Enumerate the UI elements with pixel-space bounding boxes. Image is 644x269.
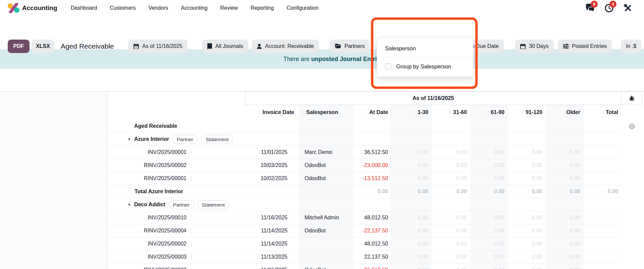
total-aging-value: 0.00	[470, 185, 508, 198]
menu-review[interactable]: Review	[220, 5, 238, 11]
total-aging-value: 0.00	[508, 185, 546, 198]
user-icon	[257, 44, 262, 49]
report-row-label: Aged Receivable	[108, 120, 245, 133]
invoice-number[interactable]: INV/2025/00010	[127, 215, 186, 221]
table-row: RINV/2025/00001⋮10/02/2025OdooBot-13,512…	[108, 172, 643, 185]
xlsx-export-button[interactable]: XLSX	[32, 40, 54, 53]
salesperson-name: OdooBot	[299, 264, 354, 269]
total-value	[584, 251, 622, 264]
audit-bug-icon[interactable]	[622, 92, 642, 105]
messages-icon[interactable]: 9	[585, 3, 595, 13]
aging-value: 0.00	[390, 146, 432, 159]
partner-button[interactable]: Partner	[168, 200, 194, 209]
invoice-number[interactable]: RINV/2025/00004	[127, 228, 186, 234]
menu-configuration[interactable]: Configuration	[286, 5, 318, 11]
kebab-menu-icon[interactable]: ⋮	[189, 162, 194, 168]
aging-value: 0.00	[390, 237, 432, 251]
menu-reporting[interactable]: Reporting	[251, 5, 274, 11]
col-header-91-120[interactable]: ↕91-120	[508, 105, 546, 120]
report-control-panel: PDF XLSX Aged Receivable As of 11/16/202…	[0, 16, 644, 49]
aging-value: 0.00	[508, 159, 546, 172]
menu-accounting[interactable]: Accounting	[181, 5, 207, 11]
unposted-entries-link[interactable]: unposted Journal Entries	[311, 56, 384, 62]
col-header-invoice-date[interactable]: ↕Invoice Date	[245, 105, 299, 120]
col-header-1-30[interactable]: ↕1-30	[390, 105, 432, 120]
interval-filter-button[interactable]: 30 Days	[515, 40, 554, 53]
invoice-row-label: RINV/2025/00002⋮	[108, 159, 245, 172]
invoice-number[interactable]: RINV/2025/00002	[127, 162, 186, 168]
journal-book-icon	[207, 43, 212, 49]
invoice-row-label: RINV/2025/00003⋮	[108, 264, 245, 269]
kebab-menu-icon[interactable]: ⋮	[189, 267, 194, 269]
statement-button[interactable]: Statement	[197, 200, 229, 209]
caret-down-icon[interactable]: ▼	[127, 203, 131, 207]
checkbox-label: Group by Salesperson	[396, 63, 451, 70]
invoice-date: 11/06/2025	[245, 264, 299, 269]
aging-value: 0.00	[432, 251, 470, 264]
app-title[interactable]: Accounting	[22, 0, 57, 16]
table-row: Aged Receivablei	[108, 120, 643, 133]
at-date-amount: 48,012.50	[354, 237, 390, 251]
journals-filter-button[interactable]: All Journals	[202, 40, 248, 53]
pdf-export-button[interactable]: PDF	[8, 40, 30, 53]
top-navbar: Accounting Dashboard Customers Vendors A…	[0, 0, 644, 16]
at-date-amount: 22,137.50	[354, 251, 390, 264]
group-by-salesperson-checkbox[interactable]	[385, 63, 391, 70]
currency-filter-button[interactable]: In .$	[621, 40, 641, 53]
group-by-salesperson-option[interactable]: Group by Salesperson	[377, 57, 473, 70]
kebab-menu-icon[interactable]: ⋮	[189, 215, 194, 221]
total-aging-value: 0.00	[546, 185, 584, 198]
caret-down-icon[interactable]: ▼	[127, 137, 131, 141]
col-header-salesperson[interactable]: ↕Salesperson	[299, 105, 354, 120]
invoice-number[interactable]: INV/2025/00002	[127, 241, 186, 247]
partners-filter-button[interactable]: Partners	[330, 40, 370, 53]
kebab-menu-icon[interactable]: ⋮	[189, 175, 194, 181]
menu-customers[interactable]: Customers	[110, 5, 136, 11]
posted-entries-filter-button[interactable]: Posted Entries	[558, 40, 612, 53]
total-value	[584, 224, 622, 237]
sort-icon: ↕	[522, 110, 524, 115]
info-icon[interactable]: i	[629, 123, 635, 129]
sliders-icon	[563, 44, 569, 49]
statement-button[interactable]: Statement	[201, 135, 233, 144]
partner-button[interactable]: Partner	[172, 135, 198, 144]
kebab-menu-icon[interactable]: ⋮	[189, 241, 194, 247]
sort-icon: ↕	[487, 110, 489, 115]
menu-dashboard[interactable]: Dashboard	[71, 5, 97, 11]
invoice-date: 11/01/2025	[245, 146, 299, 159]
kebab-menu-icon[interactable]: ⋮	[189, 228, 194, 234]
at-date-amount: -13,512.50	[354, 172, 390, 185]
col-header-at-date[interactable]: ↕At Date	[354, 105, 390, 120]
odoo-accounting-logo	[7, 3, 20, 13]
invoice-number[interactable]: RINV/2025/00003	[127, 267, 186, 269]
group-total-label: Total Azure Interior	[108, 185, 245, 198]
table-row: ▼Azure InteriorPartnerStatement	[108, 133, 643, 146]
table-body: Aged Receivablei▼Azure InteriorPartnerSt…	[108, 120, 643, 269]
kebab-menu-icon[interactable]: ⋮	[189, 149, 194, 155]
activities-clock-icon[interactable]: 4	[604, 3, 614, 13]
col-header-total[interactable]: ↕Total	[584, 105, 622, 120]
aging-value: 0.00	[390, 264, 432, 269]
col-header-31-60[interactable]: ↕31-60	[432, 105, 470, 120]
tools-icon[interactable]	[623, 3, 633, 13]
page-title: Aged Receivable	[61, 40, 114, 53]
table-row: INV/2025/00003⋮11/13/202522,137.500.000.…	[108, 251, 643, 264]
salesperson-dropdown: Salesperson Group by Salesperson	[377, 38, 474, 77]
col-header-61-90[interactable]: ↕61-90	[470, 105, 508, 120]
partner-name[interactable]: Azure Interior	[134, 136, 169, 142]
aging-value: 0.00	[470, 146, 508, 159]
partner-name[interactable]: Deco Addict	[134, 202, 165, 208]
col-header-older[interactable]: ↕Older	[546, 105, 584, 120]
menu-vendors[interactable]: Vendors	[149, 5, 168, 11]
date-filter-button[interactable]: As of 11/16/2025	[128, 40, 187, 53]
total-value	[584, 237, 622, 251]
total-value	[584, 172, 622, 185]
kebab-menu-icon[interactable]: ⋮	[189, 254, 194, 260]
invoice-number[interactable]: RINV/2025/00001	[127, 175, 186, 181]
invoice-number[interactable]: INV/2025/00003	[127, 254, 186, 260]
account-filter-button[interactable]: Account: Receivable	[252, 40, 319, 53]
invoice-date: 11/14/2025	[245, 224, 299, 237]
total-value	[584, 264, 622, 269]
invoice-number[interactable]: INV/2025/00001	[127, 149, 186, 155]
invoice-date: 11/14/2025	[245, 237, 299, 251]
